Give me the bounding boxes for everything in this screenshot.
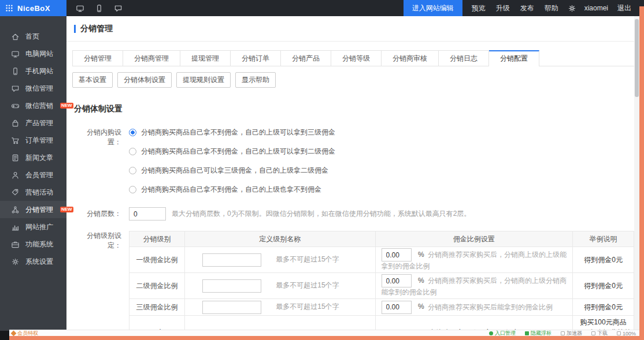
- tab[interactable]: 分销商管理: [123, 50, 180, 66]
- purchase-mode-radio-option[interactable]: 分销商购买商品自己拿不到佣金，自己的上级可以拿到三级佣金: [129, 128, 335, 137]
- subtab-button[interactable]: 基本设置: [72, 72, 113, 88]
- sidebar-item[interactable]: 产品管理: [0, 114, 66, 132]
- desktop-site-icon[interactable]: [76, 4, 84, 13]
- topbar: NiceBoX 进入网站编辑 预览 升级 发布 帮助 xiaomei 退出: [0, 0, 644, 16]
- level-setting-label: 分销级别设定：: [74, 231, 129, 340]
- sidebar-item-icon: [11, 188, 20, 197]
- tab[interactable]: 分销产品: [281, 50, 331, 66]
- sidebar-item[interactable]: 新闻文章: [0, 149, 66, 166]
- tab[interactable]: 分销管理: [72, 50, 123, 66]
- title-accent-bar: [74, 25, 76, 33]
- sidebar-item[interactable]: 分销管理 NEW: [0, 201, 66, 218]
- radio-icon[interactable]: [129, 148, 136, 155]
- buyer-example-line1: 购买100元商品: [575, 317, 631, 327]
- percent-sign: %: [418, 277, 424, 285]
- scrollbar-thumb[interactable]: [635, 19, 639, 97]
- username[interactable]: xiaomei: [584, 4, 608, 12]
- sidebar-item[interactable]: 会员管理: [0, 166, 66, 184]
- statusbar-item-icon: [489, 331, 493, 335]
- statusbar-item-label: 入口管理: [495, 330, 516, 336]
- statusbar-item[interactable]: 下载: [591, 330, 608, 336]
- radio-icon[interactable]: [129, 186, 136, 193]
- sidebar-item-icon: [11, 119, 20, 128]
- distribution-levels-input[interactable]: [129, 207, 166, 221]
- topbar-link[interactable]: 发布: [520, 3, 534, 13]
- sidebar-item[interactable]: 首页: [0, 28, 66, 45]
- new-badge: NEW: [60, 103, 73, 109]
- statusbar-item[interactable]: 100%: [617, 331, 636, 337]
- commission-rate-cell: % 分销商推荐买家购买后能拿到的佣金比例: [375, 299, 573, 316]
- purchase-mode-radio-option[interactable]: 分销商购买商品自己可以拿三级佣金，自己的上级拿二级佣金: [129, 166, 335, 175]
- member-privilege-item[interactable]: 会员特权: [12, 331, 38, 336]
- sidebar-item[interactable]: 订单管理: [0, 132, 66, 149]
- statusbar-item[interactable]: 加速器: [561, 330, 582, 336]
- sidebar-item-label: 网站推广: [25, 222, 53, 232]
- level-title-hint: 最多不可超过15个字: [276, 281, 339, 289]
- table-row: 二级佣金比例 最多不可超过15个字 % 分销商推荐买家购买后，分销商的上级分销商…: [129, 273, 634, 299]
- topbar-link[interactable]: 预览: [472, 3, 486, 13]
- commission-rate-cell: % 分销商推荐买家购买后，分销商上级的上级能拿到的佣金比例: [375, 247, 573, 273]
- commission-rate-input[interactable]: [382, 248, 412, 261]
- tab[interactable]: 分销等级: [331, 50, 382, 66]
- sidebar-item[interactable]: 手机网站: [0, 62, 66, 80]
- purchase-mode-radio-option[interactable]: 分销商购买商品自己拿不到佣金，自己的上级可以拿到二级佣金: [129, 147, 335, 156]
- sidebar-item-label: 产品管理: [25, 118, 53, 128]
- level-title-input[interactable]: [202, 279, 261, 293]
- tab[interactable]: 分销日志: [439, 50, 489, 66]
- tab[interactable]: 提现管理: [180, 50, 231, 66]
- tab[interactable]: 分销配置: [489, 50, 539, 66]
- vertical-scrollbar[interactable]: [634, 16, 639, 331]
- subtab-button[interactable]: 提现规则设置: [176, 72, 231, 88]
- radio-option-label: 分销商购买商品自己拿不到佣金，自己的上级可以拿到三级佣金: [141, 128, 335, 137]
- wechat-icon[interactable]: [114, 4, 123, 13]
- sidebar-item[interactable]: 营销活动: [0, 184, 66, 201]
- logout-link[interactable]: 退出: [617, 3, 631, 13]
- column-header: 定义级别名称: [184, 231, 375, 247]
- sidebar-item[interactable]: 功能系统: [0, 236, 66, 253]
- enter-site-editor-button[interactable]: 进入网站编辑: [404, 0, 462, 16]
- mobile-site-icon[interactable]: [95, 4, 103, 13]
- sidebar-item[interactable]: 系统设置: [0, 253, 66, 270]
- page-title-bar: 分销管理: [66, 16, 634, 42]
- topbar-link[interactable]: 升级: [496, 3, 510, 13]
- sidebar-item-icon: [11, 67, 20, 76]
- apps-grid-icon[interactable]: [5, 4, 13, 12]
- column-header: 佣金比例设置: [375, 231, 573, 247]
- device-switcher: [76, 4, 123, 13]
- commission-level-table: 分销级别 定义级别名称 佣金比例设置 举例说明 一级佣金比例 最多不可超过15个…: [129, 231, 634, 340]
- tab-bar: 分销管理 分销商管理 提现管理 分销订单 分销产品 分销等级 分销商审核 分销日…: [72, 50, 634, 66]
- radio-icon[interactable]: [129, 129, 136, 136]
- radio-option-label: 分销商购买商品自己拿不到佣金，自己的上级也拿不到佣金: [141, 185, 321, 195]
- level-title-input[interactable]: [202, 253, 261, 267]
- statusbar-item-label: 100%: [623, 331, 636, 337]
- commission-rate-input[interactable]: [382, 301, 412, 314]
- topbar-link[interactable]: 帮助: [545, 3, 558, 13]
- topbar-links: 预览 升级 发布 帮助: [472, 3, 558, 13]
- purchase-mode-radio-option[interactable]: 分销商购买商品自己拿不到佣金，自己的上级也拿不到佣金: [129, 185, 335, 195]
- statusbar-item[interactable]: 隐藏浮标: [525, 330, 552, 336]
- sidebar-item[interactable]: 电脑网站: [0, 45, 66, 62]
- subtab-button[interactable]: 分销体制设置: [117, 72, 172, 88]
- logo-area[interactable]: NiceBoX: [0, 0, 66, 16]
- level-title-hint: 最多不可超过15个字: [276, 255, 339, 263]
- level-title-input[interactable]: [202, 301, 261, 314]
- sidebar-item-label: 订单管理: [25, 136, 53, 145]
- sidebar-item[interactable]: 网站推广: [0, 218, 66, 236]
- sidebar-item[interactable]: 微信营销 NEW: [0, 97, 66, 114]
- sidebar-item-icon: [11, 136, 20, 145]
- sidebar-item[interactable]: 微信管理: [0, 80, 66, 97]
- tab[interactable]: 分销订单: [231, 50, 281, 66]
- statusbar-item-icon: [561, 331, 565, 335]
- commission-rate-input[interactable]: [382, 274, 412, 287]
- settings-gear-icon[interactable]: [568, 4, 576, 13]
- statusbar-item[interactable]: 入口管理: [489, 330, 516, 336]
- subtab-button[interactable]: 显示帮助: [235, 72, 276, 88]
- sidebar-item-label: 微信营销: [25, 101, 53, 111]
- level-setting-row: 分销级别设定： 分销级别 定义级别名称 佣金比例设置 举例说明 一级佣金比例 最…: [74, 231, 634, 340]
- tab[interactable]: 分销商审核: [382, 50, 439, 66]
- level-title-cell: 最多不可超过15个字: [184, 299, 375, 316]
- sidebar-item-icon: [11, 257, 20, 266]
- radio-icon[interactable]: [129, 167, 136, 174]
- level-title-hint: 最多不可超过15个字: [276, 302, 339, 311]
- subtab-bar: 基本设置 分销体制设置 提现规则设置 显示帮助: [72, 72, 634, 88]
